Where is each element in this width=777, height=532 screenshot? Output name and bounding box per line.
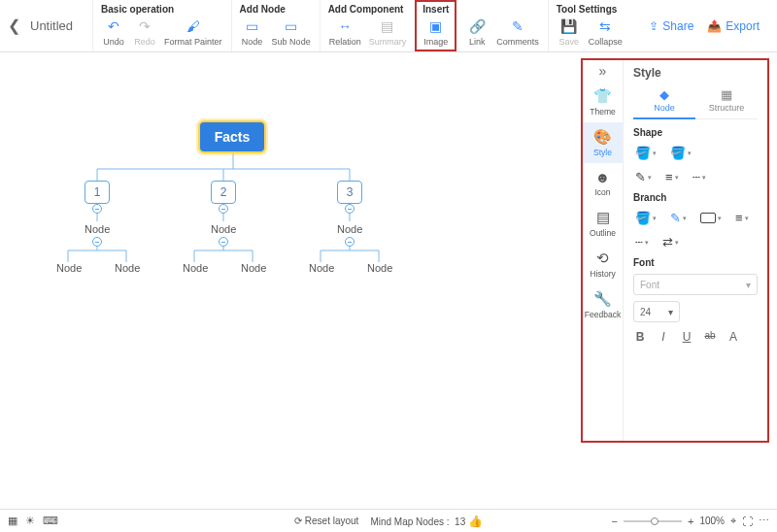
tab-style[interactable]: 🎨Style xyxy=(583,122,623,163)
font-family-select[interactable]: Font▾ xyxy=(633,274,758,295)
structure-tab-icon: ▦ xyxy=(721,87,732,102)
comments-button[interactable]: ✎Comments xyxy=(493,17,542,48)
leaf-node[interactable]: Node xyxy=(183,262,208,274)
sub-node-button[interactable]: ▭Sub Node xyxy=(269,17,314,48)
bucket-icon: 🪣 xyxy=(670,146,686,160)
redo-button[interactable]: ↷Redo xyxy=(130,17,159,48)
branch-arrow-button[interactable]: ⇄▾ xyxy=(660,233,681,251)
group-basic: Basic operation ↶Undo ↷Redo 🖌Format Pain… xyxy=(92,0,231,51)
link-icon: 🔗 xyxy=(468,17,486,35)
font-size-select[interactable]: 24▾ xyxy=(633,301,680,322)
collapse-toggle[interactable] xyxy=(219,204,228,214)
child-node[interactable]: Node xyxy=(211,223,236,235)
share-button[interactable]: ⇪Share xyxy=(649,19,693,33)
border-width-button[interactable]: ≡▾ xyxy=(663,168,681,186)
child-node[interactable]: Node xyxy=(337,223,362,235)
tab-structure[interactable]: ▦Structure xyxy=(695,85,758,118)
root-node[interactable]: Facts xyxy=(198,120,266,153)
chevron-down-icon: ▾ xyxy=(746,280,751,290)
node-count: Mind Map Nodes : 13 👍 xyxy=(370,515,483,528)
branch-shape-button[interactable]: ▾ xyxy=(698,209,724,227)
lines-icon: ≡ xyxy=(735,211,743,225)
back-icon[interactable]: ❮ xyxy=(8,17,20,35)
outline-icon: ▤ xyxy=(596,209,610,226)
font-color-button[interactable]: A xyxy=(726,330,740,344)
collapse-toggle[interactable] xyxy=(345,204,355,214)
line-style-button[interactable]: ✎▾ xyxy=(633,168,654,186)
tab-theme[interactable]: 👕Theme xyxy=(583,82,623,122)
group-add-node: Add Node ▭Node ▭Sub Node xyxy=(231,0,320,51)
more-icon[interactable]: ⋯ xyxy=(759,515,769,527)
zoom-out-button[interactable]: − xyxy=(612,515,618,527)
font-heading: Font xyxy=(633,257,758,268)
child-node[interactable]: Node xyxy=(84,223,110,235)
export-icon: 📤 xyxy=(707,19,722,33)
image-button[interactable]: ▣Image xyxy=(421,17,451,48)
branch-dash-button[interactable]: ┄▾ xyxy=(633,233,651,251)
collapse-toggle[interactable] xyxy=(92,237,102,247)
locate-icon[interactable]: ⌖ xyxy=(730,515,736,527)
dash-icon: ┄ xyxy=(693,170,700,184)
node-2[interactable]: 2 xyxy=(211,181,236,204)
collapse-button[interactable]: ⇆Collapse xyxy=(586,17,625,48)
summary-button[interactable]: ▤Summary xyxy=(366,17,410,48)
zoom-slider[interactable] xyxy=(624,520,682,522)
node-button[interactable]: ▭Node xyxy=(238,17,267,48)
keyboard-icon[interactable]: ⌨ xyxy=(43,515,58,527)
branch-fill-button[interactable]: 🪣▾ xyxy=(633,209,659,227)
node-icon: ▭ xyxy=(244,17,261,35)
format-painter-button[interactable]: 🖌Format Painter xyxy=(161,17,225,48)
leaf-node[interactable]: Node xyxy=(367,262,392,274)
panel-title: Style xyxy=(633,66,758,80)
border-style-button[interactable]: ┄▾ xyxy=(691,168,708,186)
export-button[interactable]: 📤Export xyxy=(707,19,760,33)
bottom-bar: ▦ ☀ ⌨ ⟳ Reset layout Mind Map Nodes : 13… xyxy=(0,509,777,532)
group-tool-settings: Tool Settings 💾Save ⇆Collapse xyxy=(548,0,631,51)
share-icon: ⇪ xyxy=(649,19,659,33)
strike-button[interactable]: ab xyxy=(703,330,717,344)
collapse-toggle[interactable] xyxy=(219,237,228,247)
brightness-icon[interactable]: ☀ xyxy=(25,515,35,527)
panel-collapse-icon[interactable]: » xyxy=(583,60,623,82)
zoom-value: 100% xyxy=(699,515,725,526)
leaf-node[interactable]: Node xyxy=(309,262,334,274)
pencil-icon: ✎ xyxy=(635,170,646,184)
refresh-icon: ⟳ xyxy=(294,515,302,526)
thumb-icon[interactable]: 👍 xyxy=(468,515,483,528)
node-3[interactable]: 3 xyxy=(337,181,362,204)
tab-feedback[interactable]: 🔧Feedback xyxy=(583,284,623,325)
collapse-toggle[interactable] xyxy=(92,204,102,214)
branch-line-button[interactable]: ✎▾ xyxy=(668,209,689,227)
underline-button[interactable]: U xyxy=(680,330,693,344)
tab-history[interactable]: ⟲History xyxy=(583,244,623,284)
relation-button[interactable]: ↔Relation xyxy=(326,17,364,48)
fill-color-button[interactable]: 🪣▾ xyxy=(633,144,659,162)
bucket-icon: 🪣 xyxy=(635,146,651,160)
group-insert-rest: . 🔗Link ✎Comments xyxy=(456,0,548,51)
collapse-toggle[interactable] xyxy=(345,237,355,247)
tab-outline[interactable]: ▤Outline xyxy=(583,203,623,244)
border-color-button[interactable]: 🪣▾ xyxy=(668,144,693,162)
reset-layout-button[interactable]: ⟳ Reset layout xyxy=(294,515,358,526)
undo-button[interactable]: ↶Undo xyxy=(99,17,128,48)
node-tab-icon: ◆ xyxy=(659,87,669,102)
pencil-icon: ✎ xyxy=(670,211,681,225)
leaf-node[interactable]: Node xyxy=(241,262,266,274)
italic-button[interactable]: I xyxy=(657,330,670,344)
zoom-in-button[interactable]: + xyxy=(688,515,693,527)
link-button[interactable]: 🔗Link xyxy=(462,17,491,48)
comments-icon: ✎ xyxy=(509,17,526,35)
bold-button[interactable]: B xyxy=(633,330,647,344)
save-button[interactable]: 💾Save xyxy=(555,17,584,48)
group-insert: Insert ▣Image xyxy=(415,0,456,51)
node-1[interactable]: 1 xyxy=(84,181,110,204)
tab-icon[interactable]: ☻Icon xyxy=(583,163,623,203)
tab-node[interactable]: ◆Node xyxy=(633,85,695,119)
top-toolbar: ❮ Untitled Basic operation ↶Undo ↷Redo 🖌… xyxy=(0,0,777,52)
chevron-down-icon: ▾ xyxy=(668,307,673,317)
map-toggle-icon[interactable]: ▦ xyxy=(8,515,17,527)
leaf-node[interactable]: Node xyxy=(115,262,140,274)
leaf-node[interactable]: Node xyxy=(56,262,82,274)
fullscreen-icon[interactable]: ⛶ xyxy=(742,515,753,527)
branch-width-button[interactable]: ≡▾ xyxy=(733,209,751,227)
